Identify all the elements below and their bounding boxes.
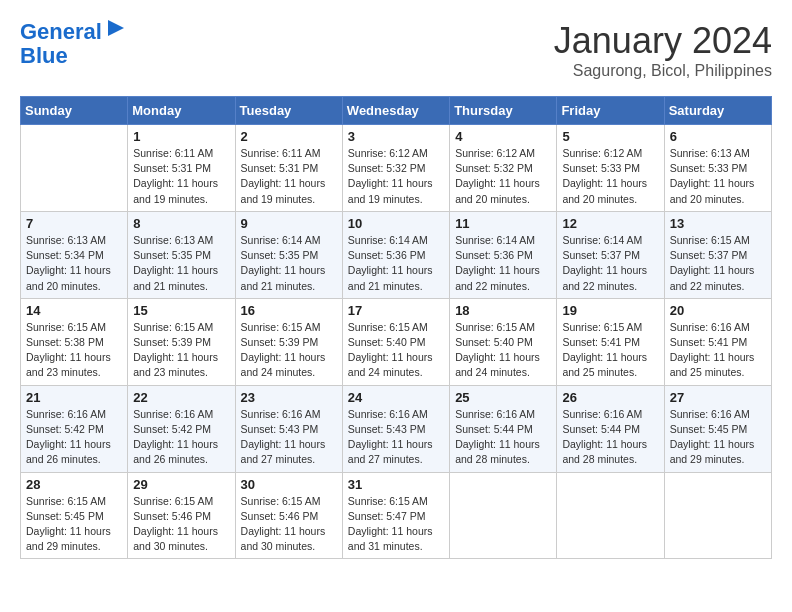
cell-info: Sunrise: 6:14 AMSunset: 5:36 PMDaylight:…: [455, 233, 551, 294]
calendar-cell: [21, 125, 128, 212]
calendar-cell: 22 Sunrise: 6:16 AMSunset: 5:42 PMDaylig…: [128, 385, 235, 472]
cell-info: Sunrise: 6:16 AMSunset: 5:43 PMDaylight:…: [348, 407, 444, 468]
day-number: 17: [348, 303, 444, 318]
calendar-cell: 29 Sunrise: 6:15 AMSunset: 5:46 PMDaylig…: [128, 472, 235, 559]
logo-text: General: [20, 20, 102, 44]
cell-info: Sunrise: 6:13 AMSunset: 5:34 PMDaylight:…: [26, 233, 122, 294]
day-number: 24: [348, 390, 444, 405]
calendar-cell: 23 Sunrise: 6:16 AMSunset: 5:43 PMDaylig…: [235, 385, 342, 472]
svg-marker-0: [108, 20, 124, 36]
cell-info: Sunrise: 6:14 AMSunset: 5:36 PMDaylight:…: [348, 233, 444, 294]
day-number: 20: [670, 303, 766, 318]
cell-info: Sunrise: 6:15 AMSunset: 5:39 PMDaylight:…: [241, 320, 337, 381]
week-row-4: 21 Sunrise: 6:16 AMSunset: 5:42 PMDaylig…: [21, 385, 772, 472]
cell-info: Sunrise: 6:13 AMSunset: 5:33 PMDaylight:…: [670, 146, 766, 207]
cell-info: Sunrise: 6:15 AMSunset: 5:46 PMDaylight:…: [241, 494, 337, 555]
day-number: 2: [241, 129, 337, 144]
calendar-cell: 4 Sunrise: 6:12 AMSunset: 5:32 PMDayligh…: [450, 125, 557, 212]
calendar-table: SundayMondayTuesdayWednesdayThursdayFrid…: [20, 96, 772, 559]
calendar-cell: 15 Sunrise: 6:15 AMSunset: 5:39 PMDaylig…: [128, 298, 235, 385]
day-number: 29: [133, 477, 229, 492]
day-header-wednesday: Wednesday: [342, 97, 449, 125]
cell-info: Sunrise: 6:13 AMSunset: 5:35 PMDaylight:…: [133, 233, 229, 294]
cell-info: Sunrise: 6:12 AMSunset: 5:32 PMDaylight:…: [348, 146, 444, 207]
day-header-tuesday: Tuesday: [235, 97, 342, 125]
calendar-cell: 3 Sunrise: 6:12 AMSunset: 5:32 PMDayligh…: [342, 125, 449, 212]
page-header: General Blue January 2024 Sagurong, Bico…: [20, 20, 772, 80]
calendar-cell: 28 Sunrise: 6:15 AMSunset: 5:45 PMDaylig…: [21, 472, 128, 559]
calendar-cell: 2 Sunrise: 6:11 AMSunset: 5:31 PMDayligh…: [235, 125, 342, 212]
day-number: 6: [670, 129, 766, 144]
day-number: 21: [26, 390, 122, 405]
logo-icon: [104, 18, 128, 42]
day-number: 4: [455, 129, 551, 144]
week-row-3: 14 Sunrise: 6:15 AMSunset: 5:38 PMDaylig…: [21, 298, 772, 385]
cell-info: Sunrise: 6:15 AMSunset: 5:46 PMDaylight:…: [133, 494, 229, 555]
calendar-cell: 27 Sunrise: 6:16 AMSunset: 5:45 PMDaylig…: [664, 385, 771, 472]
week-row-1: 1 Sunrise: 6:11 AMSunset: 5:31 PMDayligh…: [21, 125, 772, 212]
cell-info: Sunrise: 6:16 AMSunset: 5:42 PMDaylight:…: [26, 407, 122, 468]
cell-info: Sunrise: 6:15 AMSunset: 5:40 PMDaylight:…: [348, 320, 444, 381]
day-number: 13: [670, 216, 766, 231]
week-row-2: 7 Sunrise: 6:13 AMSunset: 5:34 PMDayligh…: [21, 211, 772, 298]
cell-info: Sunrise: 6:15 AMSunset: 5:41 PMDaylight:…: [562, 320, 658, 381]
cell-info: Sunrise: 6:15 AMSunset: 5:47 PMDaylight:…: [348, 494, 444, 555]
calendar-cell: 25 Sunrise: 6:16 AMSunset: 5:44 PMDaylig…: [450, 385, 557, 472]
day-number: 14: [26, 303, 122, 318]
day-number: 10: [348, 216, 444, 231]
day-header-friday: Friday: [557, 97, 664, 125]
calendar-cell: [664, 472, 771, 559]
cell-info: Sunrise: 6:16 AMSunset: 5:44 PMDaylight:…: [455, 407, 551, 468]
cell-info: Sunrise: 6:16 AMSunset: 5:44 PMDaylight:…: [562, 407, 658, 468]
calendar-cell: 17 Sunrise: 6:15 AMSunset: 5:40 PMDaylig…: [342, 298, 449, 385]
subtitle: Sagurong, Bicol, Philippines: [554, 62, 772, 80]
day-number: 16: [241, 303, 337, 318]
cell-info: Sunrise: 6:14 AMSunset: 5:37 PMDaylight:…: [562, 233, 658, 294]
cell-info: Sunrise: 6:15 AMSunset: 5:39 PMDaylight:…: [133, 320, 229, 381]
cell-info: Sunrise: 6:11 AMSunset: 5:31 PMDaylight:…: [241, 146, 337, 207]
logo-text2: Blue: [20, 44, 68, 68]
week-row-5: 28 Sunrise: 6:15 AMSunset: 5:45 PMDaylig…: [21, 472, 772, 559]
cell-info: Sunrise: 6:14 AMSunset: 5:35 PMDaylight:…: [241, 233, 337, 294]
day-number: 12: [562, 216, 658, 231]
day-number: 18: [455, 303, 551, 318]
cell-info: Sunrise: 6:16 AMSunset: 5:42 PMDaylight:…: [133, 407, 229, 468]
day-number: 5: [562, 129, 658, 144]
day-number: 8: [133, 216, 229, 231]
calendar-cell: 7 Sunrise: 6:13 AMSunset: 5:34 PMDayligh…: [21, 211, 128, 298]
calendar-cell: 8 Sunrise: 6:13 AMSunset: 5:35 PMDayligh…: [128, 211, 235, 298]
cell-info: Sunrise: 6:12 AMSunset: 5:32 PMDaylight:…: [455, 146, 551, 207]
day-number: 1: [133, 129, 229, 144]
cell-info: Sunrise: 6:11 AMSunset: 5:31 PMDaylight:…: [133, 146, 229, 207]
calendar-cell: [450, 472, 557, 559]
calendar-cell: 18 Sunrise: 6:15 AMSunset: 5:40 PMDaylig…: [450, 298, 557, 385]
calendar-cell: 31 Sunrise: 6:15 AMSunset: 5:47 PMDaylig…: [342, 472, 449, 559]
calendar-cell: 14 Sunrise: 6:15 AMSunset: 5:38 PMDaylig…: [21, 298, 128, 385]
cell-info: Sunrise: 6:16 AMSunset: 5:45 PMDaylight:…: [670, 407, 766, 468]
day-number: 3: [348, 129, 444, 144]
day-header-saturday: Saturday: [664, 97, 771, 125]
cell-info: Sunrise: 6:16 AMSunset: 5:41 PMDaylight:…: [670, 320, 766, 381]
calendar-cell: 13 Sunrise: 6:15 AMSunset: 5:37 PMDaylig…: [664, 211, 771, 298]
day-number: 28: [26, 477, 122, 492]
calendar-cell: 10 Sunrise: 6:14 AMSunset: 5:36 PMDaylig…: [342, 211, 449, 298]
calendar-cell: 30 Sunrise: 6:15 AMSunset: 5:46 PMDaylig…: [235, 472, 342, 559]
calendar-cell: 19 Sunrise: 6:15 AMSunset: 5:41 PMDaylig…: [557, 298, 664, 385]
cell-info: Sunrise: 6:16 AMSunset: 5:43 PMDaylight:…: [241, 407, 337, 468]
calendar-cell: 1 Sunrise: 6:11 AMSunset: 5:31 PMDayligh…: [128, 125, 235, 212]
calendar-header-row: SundayMondayTuesdayWednesdayThursdayFrid…: [21, 97, 772, 125]
day-number: 7: [26, 216, 122, 231]
day-number: 25: [455, 390, 551, 405]
day-number: 31: [348, 477, 444, 492]
day-number: 15: [133, 303, 229, 318]
calendar-cell: 12 Sunrise: 6:14 AMSunset: 5:37 PMDaylig…: [557, 211, 664, 298]
cell-info: Sunrise: 6:15 AMSunset: 5:38 PMDaylight:…: [26, 320, 122, 381]
logo: General Blue: [20, 20, 128, 68]
cell-info: Sunrise: 6:15 AMSunset: 5:45 PMDaylight:…: [26, 494, 122, 555]
calendar-cell: 5 Sunrise: 6:12 AMSunset: 5:33 PMDayligh…: [557, 125, 664, 212]
day-header-thursday: Thursday: [450, 97, 557, 125]
cell-info: Sunrise: 6:15 AMSunset: 5:37 PMDaylight:…: [670, 233, 766, 294]
calendar-cell: 24 Sunrise: 6:16 AMSunset: 5:43 PMDaylig…: [342, 385, 449, 472]
calendar-cell: [557, 472, 664, 559]
day-header-monday: Monday: [128, 97, 235, 125]
